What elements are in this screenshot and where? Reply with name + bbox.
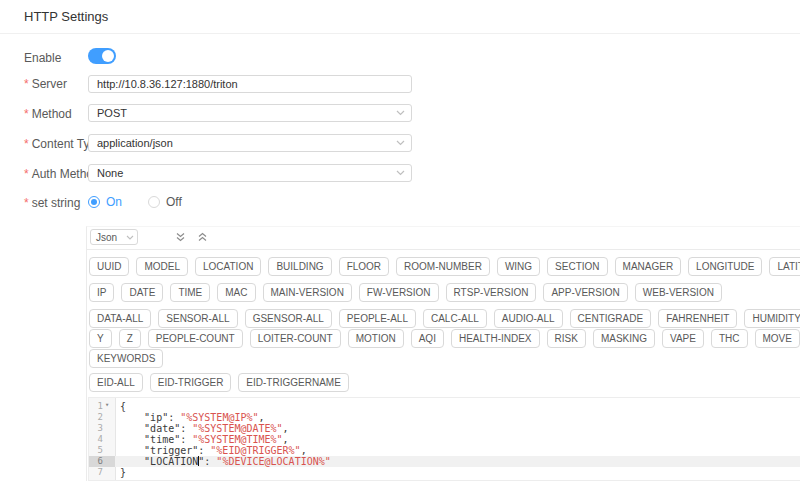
content-type-row: *Content Type application/json [0,134,800,154]
code-line[interactable]: 5 "trigger": "%EID@TRIGGER%", [89,445,800,456]
line-number: 7 [89,467,103,478]
tag-button-keywords[interactable]: KEYWORDS [89,349,163,368]
radio-off[interactable]: Off [148,195,182,209]
code-text: "trigger": "%EID@TRIGGER%", [120,445,307,456]
tag-button-section[interactable]: SECTION [547,257,607,276]
enable-label: Enable [24,51,61,65]
tag-button-people-all[interactable]: PEOPLE-ALL [339,309,416,328]
method-label: Method [32,107,72,121]
required-marker: * [24,137,29,151]
tag-button-audio-all[interactable]: AUDIO-ALL [494,309,563,328]
header-divider [0,33,800,34]
tag-button-uuid[interactable]: UUID [89,257,129,276]
server-input[interactable] [88,75,412,93]
code-line[interactable]: 4 "time": "%SYSTEM@TIME%", [89,434,800,445]
tag-button-centigrade[interactable]: CENTIGRADE [570,309,652,328]
tag-row: UUIDMODELLOCATIONBUILDINGFLOORROOM-NUMBE… [89,257,800,276]
code-line[interactable]: 7} [89,467,800,478]
code-text: "date": "%SYSTEM@DATE%", [120,423,289,434]
format-select[interactable]: Json [90,229,138,245]
content-type-select[interactable]: application/json [88,134,412,152]
content-type-select-value: application/json [97,137,173,149]
set-string-radio-group: On Off [88,193,182,211]
tag-button-humidity[interactable]: HUMIDITY [744,309,800,328]
tag-button-gsensor-all[interactable]: GSENSOR-ALL [245,309,332,328]
tag-button-eid-all[interactable]: EID-ALL [89,373,143,392]
tag-button-data-all[interactable]: DATA-ALL [89,309,151,328]
auth-method-select[interactable]: None [88,164,412,182]
tag-button-fw-version[interactable]: FW-VERSION [359,283,439,302]
tag-button-loiter-count[interactable]: LOITER-COUNT [250,329,341,348]
method-select[interactable]: POST [88,104,412,122]
radio-on-label: On [106,195,122,209]
tag-button-people-count[interactable]: PEOPLE-COUNT [148,329,243,348]
fold-caret-icon[interactable]: ▾ [105,400,109,411]
line-number: 6 [89,456,103,467]
enable-row: Enable [0,48,800,68]
code-line[interactable]: 2 "ip": "%SYSTEM@IP%", [89,412,800,423]
tag-button-longitude[interactable]: LONGITUDE [688,257,762,276]
enable-toggle[interactable] [88,48,116,64]
tag-button-web-version[interactable]: WEB-VERSION [635,283,722,302]
radio-off-label: Off [166,195,182,209]
code-editor-lines: 1▾{2 "ip": "%SYSTEM@IP%",3 "date": "%SYS… [89,401,800,478]
chevron-down-icon [396,110,405,116]
double-chevron-down-icon[interactable] [175,232,186,243]
code-text: { [120,401,126,412]
tag-button-masking[interactable]: MASKING [593,329,655,348]
tag-button-manager[interactable]: MANAGER [615,257,682,276]
required-marker: * [24,107,29,121]
tag-button-sensor-all[interactable]: SENSOR-ALL [158,309,237,328]
tag-button-y[interactable]: Y [89,329,112,348]
chevron-down-icon [396,170,405,176]
required-marker: * [24,77,29,91]
tag-button-aqi[interactable]: AQI [411,329,444,348]
server-row: *Server [0,74,800,94]
chevron-down-icon [126,235,134,240]
tag-button-model[interactable]: MODEL [136,257,188,276]
tag-button-latitude[interactable]: LATITUDE [769,257,800,276]
tag-button-rtsp-version[interactable]: RTSP-VERSION [446,283,537,302]
double-chevron-up-icon[interactable] [197,232,208,243]
tag-button-ip[interactable]: IP [89,283,114,302]
tag-button-fahrenheit[interactable]: FAHRENHEIT [658,309,737,328]
tag-button-room-number[interactable]: ROOM-NUMBER [396,257,490,276]
code-line[interactable]: 1▾{ [89,401,800,412]
tag-button-time[interactable]: TIME [170,283,210,302]
tag-button-eid-trigger[interactable]: EID-TRIGGER [150,373,232,392]
tag-button-wing[interactable]: WING [497,257,540,276]
code-text: } [120,467,126,478]
radio-on[interactable]: On [88,195,122,209]
tag-button-vape[interactable]: VAPE [662,329,704,348]
code-line[interactable]: 3 "date": "%SYSTEM@DATE%", [89,423,800,434]
tag-button-eid-triggername[interactable]: EID-TRIGGERNAME [238,373,348,392]
tag-row: IPDATETIMEMACMAIN-VERSIONFW-VERSIONRTSP-… [89,283,800,302]
tag-row: YZPEOPLE-COUNTLOITER-COUNTMOTIONAQIHEALT… [89,329,800,348]
server-label: Server [32,77,67,91]
line-number: 1 [89,401,103,412]
tags-toolbar: Json [87,227,800,250]
tag-button-risk[interactable]: RISK [547,329,586,348]
radio-off-circle [148,196,160,208]
tag-button-main-version[interactable]: MAIN-VERSION [263,283,352,302]
line-number: 3 [89,423,103,434]
toggle-knob [102,50,114,62]
auth-method-row: *Auth Method None [0,164,800,184]
tag-button-location[interactable]: LOCATION [195,257,261,276]
tag-button-health-index[interactable]: HEALTH-INDEX [451,329,540,348]
code-editor[interactable]: 1▾{2 "ip": "%SYSTEM@IP%",3 "date": "%SYS… [88,397,800,481]
tag-button-building[interactable]: BUILDING [268,257,331,276]
tag-button-motion[interactable]: MOTION [348,329,404,348]
radio-on-circle [88,196,100,208]
tag-button-calc-all[interactable]: CALC-ALL [423,309,487,328]
tag-button-app-version[interactable]: APP-VERSION [543,283,627,302]
tag-row: KEYWORDS [89,349,800,368]
tag-row: EID-ALLEID-TRIGGEREID-TRIGGERNAME [89,373,800,392]
code-line-active[interactable]: 6 "LOCATION": "%DEVICE@LOCATION%" [89,456,800,467]
tag-button-mac[interactable]: MAC [217,283,255,302]
tag-button-move[interactable]: MOVE [755,329,800,348]
tag-button-z[interactable]: Z [119,329,141,348]
tag-button-thc[interactable]: THC [711,329,748,348]
tag-button-floor[interactable]: FLOOR [339,257,389,276]
tag-button-date[interactable]: DATE [121,283,163,302]
